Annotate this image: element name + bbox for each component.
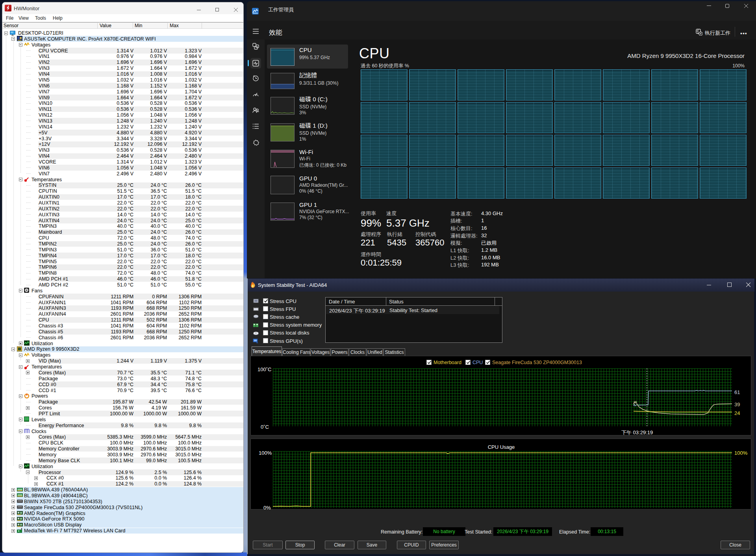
svg-text:123: 123 [254,306,258,309]
